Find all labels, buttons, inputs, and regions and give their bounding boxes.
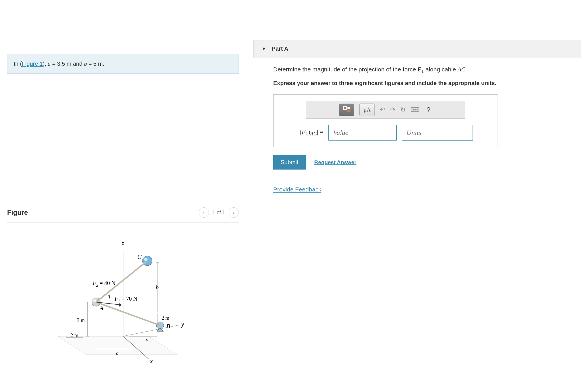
part-a-body: Determine the magnitude of the projectio… [253,57,581,193]
question-text: Determine the magnitude of the projectio… [273,66,561,74]
text: In ( [14,61,22,67]
part-title: Part A [272,46,288,52]
figure-section: Figure ‹ 1 of 1 › z x y [7,207,239,365]
text: = 3.5 m [51,61,73,67]
dim-a2: a [116,350,119,356]
answer-label: |(F1)AC| = [298,128,323,137]
f1-sub: 1 [118,299,120,303]
problem-panel: In (Figure 1), a = 3.5 m and b = 5 m. Fi… [0,0,246,392]
answer-panel: ▼ Part A Determine the magnitude of the … [246,0,588,392]
dim-3m: 3 m [77,317,85,323]
axis-x: x [150,358,153,364]
caret-down-icon: ▼ [262,46,266,51]
instruction-text: Express your answer to three significant… [273,80,561,86]
dim-2m-b: 2 m [162,315,169,321]
provide-feedback-link[interactable]: Provide Feedback [273,186,561,193]
svg-text:F1 = 70 N: F1 = 70 N [114,296,137,303]
dim-b: b [156,284,159,290]
problem-statement: In (Figure 1), a = 3.5 m and b = 5 m. [7,54,239,74]
figure-title: Figure [7,209,28,216]
svg-text:F2 = 40 N: F2 = 40 N [92,280,115,288]
dim-2m-a: 2 m [71,333,78,338]
reset-icon[interactable]: ↻ [400,106,405,114]
label-f-sub: 1 [305,131,308,137]
text: and [73,61,84,67]
value-input[interactable] [328,125,397,141]
svg-line-11 [96,302,160,325]
undo-icon[interactable]: ↶ [380,106,385,114]
label-ac: AC [310,131,317,137]
f2-sub: 2 [96,283,98,288]
f2-eq: = 40 N [98,280,115,286]
point-c: C [137,253,142,260]
svg-marker-13 [119,303,122,307]
var-b: b [84,61,87,67]
svg-rect-25 [343,107,346,110]
var-a: a [48,61,51,67]
text: Determine the magnitude of the projectio… [273,66,418,73]
special-char-button[interactable]: μÅ [359,104,375,116]
svg-rect-26 [347,107,350,109]
point-b: B [166,323,170,330]
figure-image: z x y C A B [7,237,239,365]
figure-nav: ‹ 1 of 1 › [199,207,239,218]
ac-symbol: AC [457,66,465,73]
keyboard-icon[interactable]: ⌨ [411,106,420,114]
redo-icon[interactable]: ↷ [390,106,395,114]
request-answer-link[interactable]: Request Answer [314,159,356,166]
svg-rect-27 [347,110,350,112]
f2-label: F [92,280,96,286]
answer-box: μÅ ↶ ↷ ↻ ⌨ ? |(F1)AC| = [273,94,498,147]
submit-row: Submit Request Answer [273,155,561,170]
theta: θ [107,294,110,300]
prev-figure-button[interactable]: ‹ [199,207,209,218]
text: ), [43,61,48,67]
text: | = [317,128,323,135]
f1-label: F [114,296,118,302]
part-a-header[interactable]: ▼ Part A [253,40,581,57]
axis-y: y [181,321,184,328]
submit-button[interactable]: Submit [273,155,306,170]
axis-z: z [121,240,124,246]
toolbar: μÅ ↶ ↷ ↻ ⌨ ? [306,101,465,119]
f1-eq: = 70 N [120,296,137,302]
svg-point-7 [93,299,96,302]
svg-line-3 [123,325,180,336]
next-figure-button[interactable]: › [229,207,239,218]
answer-row: |(F1)AC| = [280,125,491,141]
figure-header: Figure ‹ 1 of 1 › [7,207,239,222]
f1-symbol: F [418,66,421,73]
text: = 5 m. [87,61,104,67]
label-f: F [302,128,305,135]
template-button[interactable] [339,104,354,116]
text: |( [298,128,302,135]
help-icon[interactable]: ? [425,106,432,114]
text: ) [308,128,310,135]
text: . [465,66,467,73]
figure-link[interactable]: Figure 1 [22,61,43,67]
dim-a1: a [146,337,148,343]
units-input[interactable] [402,125,473,141]
figure-count: 1 of 1 [212,210,225,216]
point-a: A [99,305,103,311]
text: along cable [424,66,457,73]
